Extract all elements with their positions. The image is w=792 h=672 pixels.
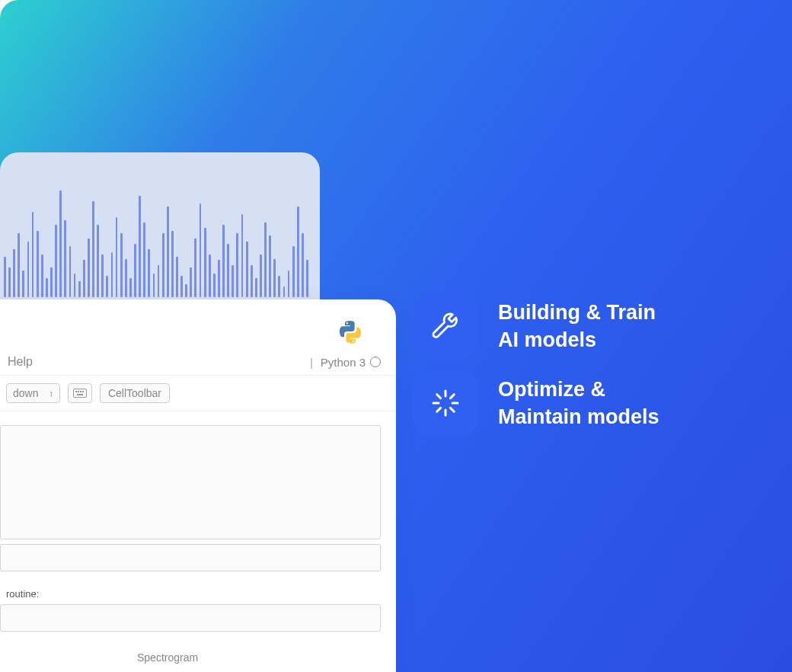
spinner-icon <box>430 387 461 419</box>
waveform-bar <box>134 244 136 297</box>
svg-rect-3 <box>80 391 81 392</box>
svg-rect-2 <box>78 391 79 392</box>
cell-toolbar-button[interactable]: CellToolbar <box>100 383 170 403</box>
waveform-bar <box>278 276 280 297</box>
waveform-bar <box>264 222 267 297</box>
input-row-2[interactable] <box>0 604 381 632</box>
waveform-bar <box>176 257 178 297</box>
feature-pill <box>413 293 478 359</box>
feature-pill <box>413 370 478 436</box>
waveform-bar <box>97 225 99 297</box>
routine-label: routine: <box>6 588 396 600</box>
waveform-bar <box>74 274 76 297</box>
waveform-bar <box>143 222 145 297</box>
waveform-bar <box>190 267 192 297</box>
svg-rect-0 <box>73 389 86 398</box>
waveform-bar <box>27 242 30 297</box>
waveform-bar <box>69 246 72 297</box>
notebook-cell[interactable] <box>0 425 381 539</box>
waveform-bar <box>37 231 39 297</box>
waveform-bar <box>32 212 34 297</box>
audio-waveform <box>4 175 308 297</box>
waveform-bar <box>41 254 43 297</box>
waveform-bar <box>297 206 299 297</box>
waveform-bar <box>8 267 11 297</box>
waveform-bar <box>273 259 276 297</box>
cell-type-dropdown[interactable]: down ↕ <box>6 383 60 403</box>
waveform-bar <box>88 238 90 297</box>
waveform-bar <box>162 233 164 297</box>
waveform-bar <box>50 267 53 297</box>
waveform-bar <box>106 276 108 297</box>
cell-type-value: down <box>13 387 38 399</box>
spectrogram-label: Spectrogram <box>137 651 198 664</box>
waveform-bar <box>22 270 24 297</box>
feature-text: Building & Train AI models <box>498 299 656 354</box>
waveform-bar <box>269 235 271 297</box>
input-row-1[interactable] <box>0 544 381 571</box>
waveform-bar <box>153 274 155 297</box>
waveform-bar <box>129 278 132 297</box>
feature-line-2: AI models <box>498 326 656 354</box>
feature-list: Building & Train AI models <box>413 293 659 436</box>
waveform-bar <box>251 265 253 297</box>
waveform-bar <box>222 225 225 297</box>
waveform-bar <box>204 228 206 297</box>
waveform-bar <box>139 196 141 297</box>
waveform-bar <box>302 233 304 297</box>
waveform-bar <box>13 249 15 297</box>
chevron-updown-icon: ↕ <box>49 389 53 398</box>
waveform-bar <box>185 284 187 297</box>
waveform-bar <box>213 274 216 297</box>
waveform-bar <box>255 278 257 297</box>
notebook-menubar: Help Python 3 <box>0 349 396 376</box>
notebook-window: Help Python 3 down ↕ CellToolbar routine… <box>0 299 396 672</box>
waveform-bar <box>292 246 295 297</box>
notebook-toolbar: down ↕ CellToolbar <box>0 376 396 411</box>
menu-help[interactable]: Help <box>8 355 33 369</box>
waveform-bar <box>227 244 229 297</box>
waveform-bar <box>101 254 104 297</box>
waveform-bar <box>180 276 183 297</box>
kernel-status-icon <box>370 357 381 367</box>
waveform-bar <box>148 249 150 297</box>
svg-rect-5 <box>77 394 83 395</box>
waveform-bar <box>59 190 62 297</box>
kernel-indicator[interactable]: Python 3 <box>310 356 381 369</box>
waveform-bar <box>18 233 20 297</box>
python-icon <box>337 318 364 346</box>
waveform-bar <box>125 259 127 297</box>
waveform-bar <box>167 206 169 297</box>
feature-line-1: Building & Train <box>498 299 656 326</box>
waveform-bar <box>158 265 160 297</box>
svg-line-10 <box>437 395 441 398</box>
waveform-bar <box>283 286 286 297</box>
waveform-bar <box>218 260 220 297</box>
feature-line-1: Optimize & <box>498 376 659 403</box>
waveform-bar <box>116 217 118 297</box>
waveform-bar <box>83 260 85 297</box>
waveform-bar <box>306 260 308 297</box>
waveform-bar <box>236 233 238 297</box>
waveform-bar <box>171 231 174 297</box>
kernel-name: Python 3 <box>321 356 366 369</box>
feature-optimize-maintain: Optimize & Maintain models <box>413 370 659 436</box>
waveform-bar <box>111 252 113 297</box>
feature-text: Optimize & Maintain models <box>498 376 659 431</box>
keyboard-icon[interactable] <box>68 383 92 403</box>
waveform-bar <box>46 278 48 297</box>
wrench-icon <box>430 310 461 342</box>
waveform-bar <box>260 254 262 297</box>
waveform-bar <box>209 254 211 297</box>
svg-rect-4 <box>82 391 84 392</box>
waveform-bar <box>288 270 290 297</box>
waveform-bar <box>78 281 81 297</box>
svg-line-12 <box>437 408 441 411</box>
waveform-bar <box>194 238 196 297</box>
waveform-bar <box>241 214 244 297</box>
feature-build-train: Building & Train AI models <box>413 293 659 359</box>
waveform-bar <box>4 257 6 297</box>
waveform-bar <box>92 201 94 297</box>
waveform-bar <box>200 203 202 297</box>
svg-rect-1 <box>75 391 77 392</box>
